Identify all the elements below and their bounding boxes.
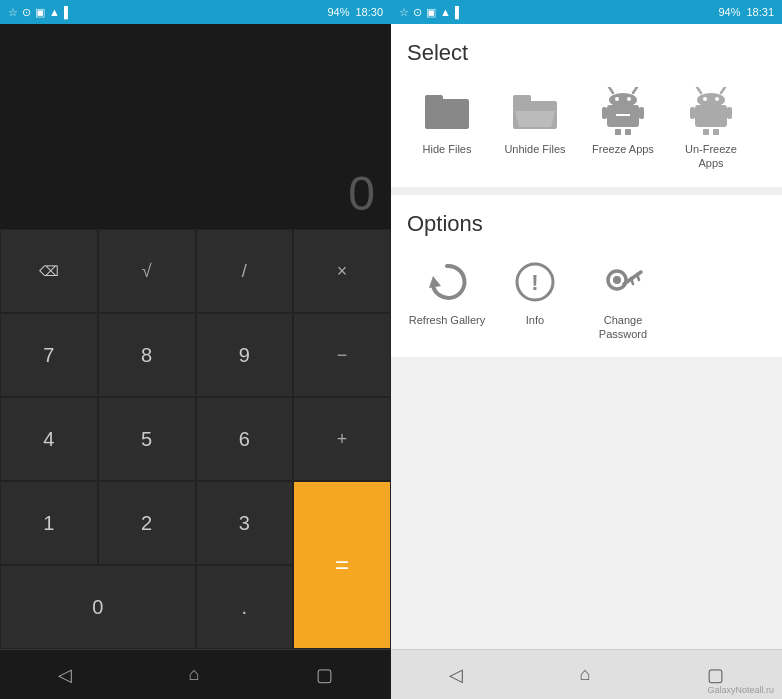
time-left: 18:30 — [355, 6, 383, 18]
change-password-label: Change Password — [583, 313, 663, 342]
nav-bar-left: ◁ ⌂ ▢ — [0, 649, 391, 699]
svg-line-15 — [697, 87, 701, 93]
android-status-right: ☆ — [399, 6, 409, 19]
back-button-left[interactable]: ◁ — [58, 664, 72, 686]
signal-icon: ▌ — [64, 6, 72, 18]
calc-btn-sqrt[interactable]: √ — [98, 229, 196, 313]
calc-btn-4[interactable]: 4 — [0, 397, 98, 481]
svg-rect-24 — [713, 129, 719, 135]
refresh-gallery-label: Refresh Gallery — [409, 313, 485, 327]
hide-files-icon — [422, 86, 472, 136]
freeze-apps-label: Freeze Apps — [592, 142, 654, 156]
svg-rect-22 — [727, 107, 732, 119]
recent-button-left[interactable]: ▢ — [316, 664, 333, 686]
svg-rect-11 — [639, 107, 644, 119]
wifi-right: ▲ — [440, 6, 451, 18]
right-content: Select Hide Files — [391, 24, 782, 649]
freeze-apps-item[interactable]: Freeze Apps — [583, 86, 663, 171]
folder-closed-svg — [425, 91, 469, 131]
info-icon: ! — [510, 257, 560, 307]
svg-line-5 — [633, 87, 637, 93]
app-menu-panel: ☆ ⊙ ▣ ▲ ▌ 94% 18:31 Select — [391, 0, 782, 699]
calc-btn-backspace[interactable]: ⌫ — [0, 229, 98, 313]
android-unfreeze-svg — [689, 87, 733, 135]
refresh-gallery-item[interactable]: Refresh Gallery — [407, 257, 487, 342]
freeze-apps-icon — [598, 86, 648, 136]
status-bar-left: ☆ ⊙ ▣ ▲ ▌ 94% 18:30 — [0, 0, 391, 24]
android-icon-status: ☆ — [8, 6, 18, 19]
signal-right: ▌ — [455, 6, 463, 18]
recent-button-right[interactable]: ▢ — [707, 664, 724, 686]
options-icon-grid: Refresh Gallery ! Info — [407, 257, 766, 342]
svg-line-4 — [609, 87, 613, 93]
select-section: Select Hide Files — [391, 24, 782, 187]
options-section: Options Refresh Gallery — [391, 195, 782, 358]
select-icon-grid: Hide Files Unhide Files — [407, 86, 766, 171]
svg-rect-3 — [513, 95, 531, 107]
calc-value: 0 — [348, 166, 375, 221]
calc-btn-equals[interactable]: = — [293, 481, 391, 649]
back-button-right[interactable]: ◁ — [449, 664, 463, 686]
folder-open-svg — [513, 91, 557, 131]
location-icon: ⊙ — [22, 6, 31, 19]
info-item[interactable]: ! Info — [495, 257, 575, 342]
wifi-icon: ▲ — [49, 6, 60, 18]
status-icons-right: ☆ ⊙ ▣ ▲ ▌ — [399, 6, 463, 19]
svg-point-8 — [627, 97, 631, 101]
calc-btn-7[interactable]: 7 — [0, 313, 98, 397]
location-right: ⊙ — [413, 6, 422, 19]
home-button-right[interactable]: ⌂ — [580, 664, 591, 685]
unhide-files-item[interactable]: Unhide Files — [495, 86, 575, 171]
calculator-panel: ☆ ⊙ ▣ ▲ ▌ 94% 18:30 0 ⌫ √ / × 7 8 9 − 4 … — [0, 0, 391, 699]
calc-btn-plus[interactable]: + — [293, 397, 391, 481]
calc-btn-dot[interactable]: . — [196, 565, 294, 649]
calc-btn-8[interactable]: 8 — [98, 313, 196, 397]
unfreeze-apps-item[interactable]: Un-FreezeApps — [671, 86, 751, 171]
calc-btn-minus[interactable]: − — [293, 313, 391, 397]
calc-btn-divide[interactable]: / — [196, 229, 294, 313]
calc-display: 0 — [0, 24, 391, 229]
svg-rect-21 — [690, 107, 695, 119]
svg-rect-1 — [425, 95, 443, 105]
calc-btn-3[interactable]: 3 — [196, 481, 294, 565]
calc-btn-5[interactable]: 5 — [98, 397, 196, 481]
calc-btn-6[interactable]: 6 — [196, 397, 294, 481]
time-right: 18:31 — [746, 6, 774, 18]
svg-rect-6 — [609, 93, 637, 107]
refresh-gallery-icon — [422, 257, 472, 307]
calc-btn-1[interactable]: 1 — [0, 481, 98, 565]
svg-text:!: ! — [531, 270, 538, 295]
calc-btn-9[interactable]: 9 — [196, 313, 294, 397]
battery-right: 94% — [718, 6, 740, 18]
calc-buttons-grid: ⌫ √ / × 7 8 9 − 4 5 6 + 1 2 3 = 0 . — [0, 229, 391, 649]
calc-btn-2[interactable]: 2 — [98, 481, 196, 565]
info-svg: ! — [513, 260, 557, 304]
unhide-files-label: Unhide Files — [504, 142, 565, 156]
change-password-icon — [598, 257, 648, 307]
key-svg — [601, 260, 645, 304]
calc-btn-multiply[interactable]: × — [293, 229, 391, 313]
unfreeze-apps-icon — [686, 86, 736, 136]
hide-files-label: Hide Files — [423, 142, 472, 156]
status-icons-left: ☆ ⊙ ▣ ▲ ▌ — [8, 6, 72, 19]
calc-btn-0[interactable]: 0 — [0, 565, 196, 649]
svg-point-29 — [613, 276, 621, 284]
select-title: Select — [407, 40, 766, 66]
sim-right: ▣ — [426, 6, 436, 19]
info-label: Info — [526, 313, 544, 327]
hide-files-item[interactable]: Hide Files — [407, 86, 487, 171]
svg-rect-10 — [602, 107, 607, 119]
svg-rect-20 — [695, 105, 727, 127]
options-title: Options — [407, 211, 766, 237]
status-right-left: 94% 18:30 — [327, 6, 383, 18]
status-bar-right: ☆ ⊙ ▣ ▲ ▌ 94% 18:31 — [391, 0, 782, 24]
change-password-item[interactable]: Change Password — [583, 257, 663, 342]
svg-line-16 — [721, 87, 725, 93]
home-button-left[interactable]: ⌂ — [189, 664, 200, 685]
refresh-svg — [425, 260, 469, 304]
nav-bar-right: ◁ ⌂ ▢ GalaxyNoteall.ru — [391, 649, 782, 699]
svg-point-18 — [703, 97, 707, 101]
svg-marker-25 — [429, 276, 441, 288]
status-right-right: 94% 18:31 — [718, 6, 774, 18]
svg-rect-12 — [615, 129, 621, 135]
